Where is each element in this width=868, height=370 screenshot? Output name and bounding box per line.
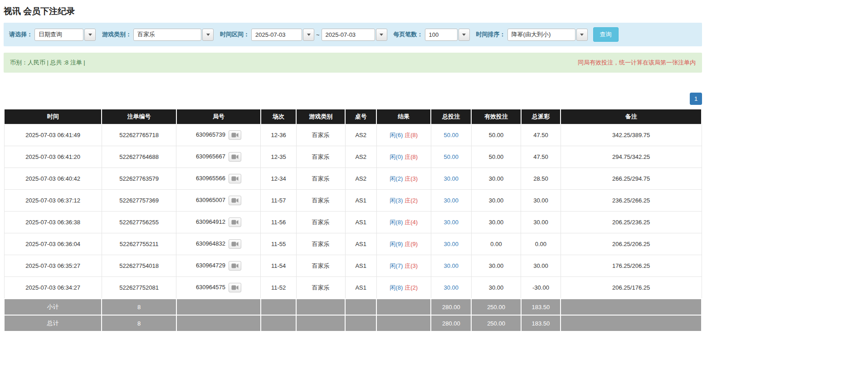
date-from-input[interactable] <box>251 29 302 41</box>
search-button[interactable]: 查询 <box>593 27 619 42</box>
round-id: 630964832 <box>196 240 225 247</box>
total-bet-link[interactable]: 30.00 <box>444 241 459 247</box>
empty-cell <box>261 299 296 315</box>
remark-cell: 206.25/206.25 <box>561 233 702 255</box>
remark-cell: 342.25/389.75 <box>561 124 702 146</box>
table-row: 2025-07-03 06:36:04 522627755211 6309648… <box>4 233 702 255</box>
date-to-dropdown-button[interactable] <box>376 29 387 41</box>
result-player: 闲(0) <box>390 153 403 160</box>
result-banker: 庄(4) <box>405 219 418 226</box>
empty-cell <box>296 299 345 315</box>
time-sort-dropdown-button[interactable] <box>576 29 588 41</box>
subtotal-label: 小计 <box>4 299 102 315</box>
date-from-dropdown-button[interactable] <box>303 29 314 41</box>
video-replay-button[interactable] <box>229 283 241 292</box>
per-page-label: 每页笔数： <box>394 30 423 39</box>
query-type-label: 请选择： <box>9 30 33 39</box>
header-game-type: 游戏类别 <box>296 109 345 124</box>
table-no-cell: AS2 <box>345 124 376 146</box>
date-to-combobox <box>322 29 387 41</box>
per-page-input[interactable] <box>425 29 458 41</box>
video-camera-icon <box>231 133 239 138</box>
header-bet-id: 注单编号 <box>102 109 176 124</box>
video-replay-button[interactable] <box>229 130 241 140</box>
header-time: 时间 <box>4 109 102 124</box>
video-replay-button[interactable] <box>229 196 241 205</box>
subtotal-valid-bet: 250.00 <box>471 299 521 315</box>
round-id: 630965566 <box>196 175 225 182</box>
payout-cell: 30.00 <box>521 212 561 233</box>
total-bet-link[interactable]: 30.00 <box>444 219 459 226</box>
query-type-input[interactable] <box>34 29 83 41</box>
bet-id-cell: 522627764688 <box>102 146 176 168</box>
empty-cell <box>296 315 345 331</box>
round-id-cell: 630965566 <box>176 168 261 190</box>
video-replay-button[interactable] <box>229 261 241 271</box>
total-bet-cell: 30.00 <box>431 190 471 212</box>
result-banker: 庄(8) <box>405 132 418 138</box>
empty-cell <box>345 315 376 331</box>
video-replay-button[interactable] <box>229 174 241 183</box>
game-type-dropdown-button[interactable] <box>202 29 214 41</box>
game-type-cell: 百家乐 <box>296 124 345 146</box>
remark-cell: 294.75/342.25 <box>561 146 702 168</box>
video-replay-button[interactable] <box>229 239 241 249</box>
result-banker: 庄(3) <box>405 262 418 269</box>
round-id-cell: 630964832 <box>176 233 261 255</box>
game-type-cell: 百家乐 <box>296 277 345 299</box>
result-player: 闲(3) <box>390 197 403 204</box>
game-type-cell: 百家乐 <box>296 233 345 255</box>
game-type-cell: 百家乐 <box>296 190 345 212</box>
query-type-dropdown-button[interactable] <box>84 29 96 41</box>
session-cell: 12-35 <box>261 146 296 168</box>
session-cell: 11-52 <box>261 277 296 299</box>
per-page-dropdown-button[interactable] <box>458 29 470 41</box>
round-id-cell: 630965667 <box>176 146 261 168</box>
result-player: 闲(7) <box>390 262 403 269</box>
table-no-cell: AS1 <box>345 212 376 233</box>
session-cell: 12-34 <box>261 168 296 190</box>
per-page-combobox <box>425 29 470 41</box>
result-banker: 庄(9) <box>405 241 418 247</box>
round-id: 630965739 <box>196 131 225 138</box>
time-cell: 2025-07-03 06:40:42 <box>4 168 102 190</box>
time-sort-input[interactable] <box>507 29 575 41</box>
video-replay-button[interactable] <box>229 152 241 162</box>
round-id-cell: 630964912 <box>176 212 261 233</box>
valid-bet-cell: 0.00 <box>471 233 521 255</box>
bet-records-table: 时间 注单编号 局号 场次 游戏类别 桌号 结果 总投注 有效投注 总派彩 备注… <box>4 109 702 332</box>
pagination-page-1[interactable]: 1 <box>690 93 702 105</box>
empty-cell <box>561 299 702 315</box>
session-cell: 11-54 <box>261 255 296 277</box>
time-cell: 2025-07-03 06:41:49 <box>4 124 102 146</box>
total-bet-link[interactable]: 30.00 <box>444 262 459 269</box>
total-bet-cell: 30.00 <box>431 212 471 233</box>
game-type-input[interactable] <box>133 29 201 41</box>
table-row: 2025-07-03 06:34:27 522627752081 6309645… <box>4 277 702 299</box>
date-to-input[interactable] <box>322 29 375 41</box>
total-bet-cell: 30.00 <box>431 277 471 299</box>
result-cell: 闲(0)庄(8) <box>376 146 431 168</box>
video-camera-icon <box>231 242 239 247</box>
table-no-cell: AS1 <box>345 233 376 255</box>
time-cell: 2025-07-03 06:36:38 <box>4 212 102 233</box>
total-bet-cell: 30.00 <box>431 255 471 277</box>
video-replay-button[interactable] <box>229 217 241 227</box>
video-camera-icon <box>231 285 239 290</box>
result-player: 闲(6) <box>390 132 403 138</box>
header-table-no: 桌号 <box>345 109 376 124</box>
total-bet-link[interactable]: 50.00 <box>444 132 459 138</box>
header-remark: 备注 <box>561 109 702 124</box>
total-bet-link[interactable]: 30.00 <box>444 175 459 182</box>
total-bet-link[interactable]: 50.00 <box>444 153 459 160</box>
empty-cell <box>176 299 261 315</box>
total-bet-link[interactable]: 30.00 <box>444 197 459 204</box>
empty-cell <box>345 299 376 315</box>
result-banker: 庄(8) <box>405 153 418 160</box>
total-bet-link[interactable]: 30.00 <box>444 284 459 291</box>
pagination: 1 <box>4 93 702 105</box>
header-total-bet: 总投注 <box>431 109 471 124</box>
page-title: 视讯 会员下注纪录 <box>4 5 702 17</box>
empty-cell <box>561 315 702 331</box>
payout-cell: 47.50 <box>521 124 561 146</box>
